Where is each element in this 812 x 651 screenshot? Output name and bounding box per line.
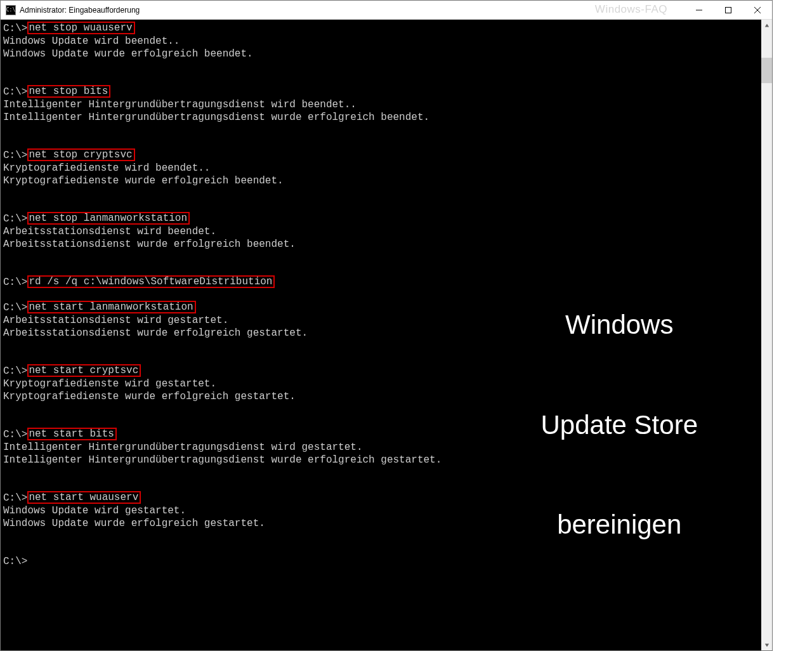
output-line: Kryptografiedienste wurde erfolgreich ge…: [3, 390, 761, 403]
chevron-down-icon: [764, 643, 769, 648]
svg-marker-4: [764, 23, 768, 27]
scroll-up-button[interactable]: [761, 20, 772, 30]
maximize-button[interactable]: [714, 1, 743, 19]
blank-line: [3, 200, 761, 213]
blank-line: [3, 479, 761, 492]
minimize-icon: [696, 7, 702, 13]
prompt-line: C:\>net start cryptsvc: [3, 365, 761, 378]
window-controls: [684, 1, 772, 19]
prompt: C:\>: [3, 149, 27, 162]
prompt-line: C:\>net start bits: [3, 428, 761, 441]
prompt-line: C:\>rd /s /q c:\windows\SoftwareDistribu…: [3, 276, 761, 289]
close-button[interactable]: [743, 1, 772, 19]
prompt: C:\>: [3, 213, 27, 225]
close-icon: [754, 7, 761, 13]
console-output[interactable]: C:\>net stop wuauservWindows Update wird…: [1, 20, 761, 650]
chevron-up-icon: [764, 23, 769, 28]
prompt: C:\>: [3, 276, 27, 289]
prompt-line: C:\>net start lanmanworkstation: [3, 301, 761, 314]
output-line: Intelligenter Hintergrundübertragungsdie…: [3, 111, 761, 124]
scroll-thumb[interactable]: [761, 58, 772, 83]
highlighted-command: net start lanmanworkstation: [27, 301, 195, 313]
prompt-line[interactable]: C:\>: [3, 555, 761, 568]
blank-line: [3, 352, 761, 365]
minimize-button[interactable]: [684, 1, 714, 19]
highlighted-command: net stop bits: [27, 85, 110, 98]
blank-line: [3, 136, 761, 149]
prompt-line: C:\>net stop bits: [3, 86, 761, 98]
blank-line: [3, 466, 761, 479]
prompt: C:\>: [3, 428, 27, 441]
output-line: Windows Update wird beendet..: [3, 35, 761, 48]
prompt-line: C:\>net stop cryptsvc: [3, 149, 761, 162]
highlighted-command: net start wuauserv: [27, 491, 141, 504]
prompt-line: C:\>net start wuauserv: [3, 492, 761, 504]
prompt: C:\>: [3, 301, 27, 314]
output-line: Kryptografiedienste wurde erfolgreich be…: [3, 174, 761, 187]
output-line: Windows Update wird gestartet.: [3, 504, 761, 517]
output-line: Arbeitsstationsdienst wurde erfolgreich …: [3, 238, 761, 251]
output-line: Windows Update wurde erfolgreich gestart…: [3, 517, 761, 530]
svg-rect-1: [726, 7, 731, 13]
vertical-scrollbar[interactable]: [761, 20, 772, 650]
output-line: Arbeitsstationsdienst wird gestartet.: [3, 314, 761, 327]
blank-line: [3, 263, 761, 276]
cmd-icon: C:\: [6, 5, 16, 15]
blank-line: [3, 416, 761, 428]
blank-line: [3, 251, 761, 263]
highlighted-command: net stop cryptsvc: [27, 148, 134, 161]
prompt: C:\>: [3, 365, 27, 378]
scroll-down-button[interactable]: [761, 640, 772, 650]
maximize-icon: [725, 7, 731, 13]
output-line: Kryptografiedienste wird beendet..: [3, 162, 761, 174]
prompt-line: C:\>net stop wuauserv: [3, 22, 761, 35]
blank-line: [3, 187, 761, 200]
console-area: C:\>net stop wuauservWindows Update wird…: [1, 20, 772, 650]
blank-line: [3, 542, 761, 555]
highlighted-command: net start bits: [27, 428, 116, 440]
output-line: Intelligenter Hintergrundübertragungsdie…: [3, 454, 761, 466]
highlighted-command: net start cryptsvc: [27, 364, 141, 377]
window-title: Administrator: Eingabeaufforderung: [20, 6, 684, 15]
blank-line: [3, 530, 761, 542]
svg-marker-5: [764, 643, 768, 647]
output-line: Intelligenter Hintergrundübertragungsdie…: [3, 441, 761, 454]
blank-line: [3, 403, 761, 416]
highlighted-command: rd /s /q c:\windows\SoftwareDistribution: [27, 275, 275, 288]
output-line: Arbeitsstationsdienst wird beendet.: [3, 225, 761, 238]
blank-line: [3, 289, 761, 301]
prompt: C:\>: [3, 555, 27, 568]
titlebar[interactable]: C:\ Administrator: Eingabeaufforderung W…: [1, 1, 772, 20]
output-line: Windows Update wurde erfolgreich beendet…: [3, 48, 761, 60]
prompt: C:\>: [3, 492, 27, 504]
output-line: Kryptografiedienste wird gestartet.: [3, 378, 761, 390]
output-line: Intelligenter Hintergrundübertragungsdie…: [3, 98, 761, 111]
prompt: C:\>: [3, 22, 27, 35]
highlighted-command: net stop wuauserv: [27, 22, 134, 34]
blank-line: [3, 73, 761, 86]
prompt: C:\>: [3, 86, 27, 98]
cmd-window: C:\ Administrator: Eingabeaufforderung W…: [0, 0, 773, 651]
prompt-line: C:\>net stop lanmanworkstation: [3, 213, 761, 225]
blank-line: [3, 60, 761, 73]
blank-line: [3, 339, 761, 352]
output-line: Arbeitsstationsdienst wurde erfolgreich …: [3, 327, 761, 339]
highlighted-command: net stop lanmanworkstation: [27, 212, 190, 225]
blank-line: [3, 124, 761, 136]
